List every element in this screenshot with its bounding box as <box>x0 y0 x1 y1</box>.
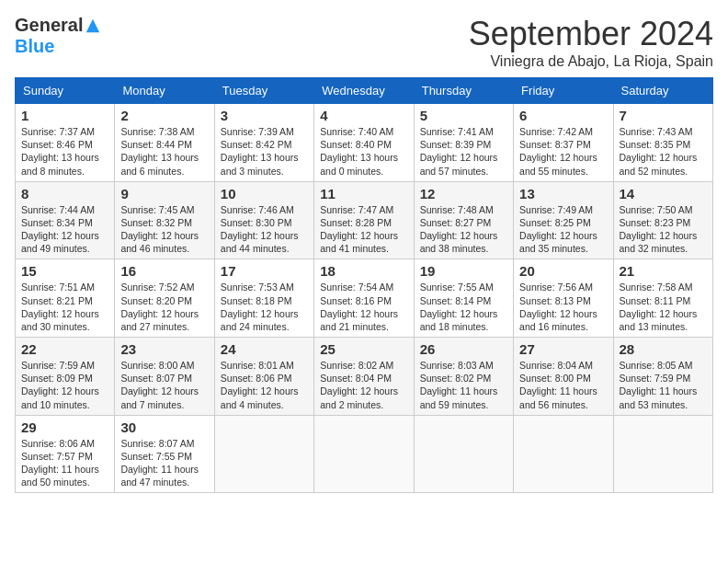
day-info: Sunrise: 7:43 AMSunset: 8:35 PMDaylight:… <box>620 125 707 178</box>
day-info: Sunrise: 7:54 AMSunset: 8:16 PMDaylight:… <box>320 281 407 333</box>
day-number: 5 <box>420 108 507 123</box>
calendar-cell: 19Sunrise: 7:55 AMSunset: 8:14 PMDayligh… <box>414 259 513 338</box>
calendar-cell: 14Sunrise: 7:50 AMSunset: 8:23 PMDayligh… <box>613 181 712 259</box>
day-number: 20 <box>519 263 607 279</box>
day-number: 22 <box>21 341 108 357</box>
calendar-cell: 8Sunrise: 7:44 AMSunset: 8:34 PMDaylight… <box>16 181 115 259</box>
day-info: Sunrise: 7:47 AMSunset: 8:28 PMDaylight:… <box>320 203 407 256</box>
day-number: 8 <box>21 186 108 201</box>
day-info: Sunrise: 7:56 AMSunset: 8:13 PMDaylight:… <box>519 281 607 333</box>
logo-icon <box>85 17 101 34</box>
day-number: 4 <box>320 108 407 123</box>
day-number: 1 <box>21 108 108 123</box>
calendar-week-row: 22Sunrise: 7:59 AMSunset: 8:09 PMDayligh… <box>16 338 713 416</box>
calendar-cell: 29Sunrise: 8:06 AMSunset: 7:57 PMDayligh… <box>16 415 115 493</box>
day-info: Sunrise: 7:39 AMSunset: 8:42 PMDaylight:… <box>221 125 308 178</box>
day-number: 12 <box>420 186 507 201</box>
day-number: 18 <box>320 263 407 279</box>
day-info: Sunrise: 7:59 AMSunset: 8:09 PMDaylight:… <box>21 359 108 411</box>
calendar-cell <box>514 415 613 493</box>
day-info: Sunrise: 8:02 AMSunset: 8:04 PMDaylight:… <box>320 359 407 411</box>
calendar-cell: 10Sunrise: 7:46 AMSunset: 8:30 PMDayligh… <box>214 181 313 259</box>
day-number: 29 <box>21 419 108 435</box>
day-info: Sunrise: 8:06 AMSunset: 7:57 PMDaylight:… <box>21 437 108 489</box>
day-info: Sunrise: 7:40 AMSunset: 8:40 PMDaylight:… <box>320 125 407 178</box>
day-number: 23 <box>120 341 208 357</box>
calendar-week-row: 15Sunrise: 7:51 AMSunset: 8:21 PMDayligh… <box>16 259 713 338</box>
day-info: Sunrise: 7:37 AMSunset: 8:46 PMDaylight:… <box>21 125 108 178</box>
calendar-cell: 25Sunrise: 8:02 AMSunset: 8:04 PMDayligh… <box>314 338 414 416</box>
day-number: 26 <box>420 341 507 357</box>
calendar-cell: 1Sunrise: 7:37 AMSunset: 8:46 PMDaylight… <box>16 104 115 182</box>
page-header: General Blue September 2024 Viniegra de … <box>15 15 713 70</box>
day-info: Sunrise: 7:51 AMSunset: 8:21 PMDaylight:… <box>21 281 108 333</box>
calendar-cell: 20Sunrise: 7:56 AMSunset: 8:13 PMDayligh… <box>514 259 613 338</box>
calendar-cell: 15Sunrise: 7:51 AMSunset: 8:21 PMDayligh… <box>16 259 115 338</box>
logo-general: General <box>15 15 83 36</box>
day-info: Sunrise: 8:07 AMSunset: 7:55 PMDaylight:… <box>120 437 208 489</box>
day-number: 10 <box>221 186 308 201</box>
day-number: 19 <box>420 263 507 279</box>
day-number: 6 <box>519 108 607 123</box>
calendar-header-wednesday: Wednesday <box>314 78 414 104</box>
day-info: Sunrise: 7:50 AMSunset: 8:23 PMDaylight:… <box>620 203 707 256</box>
day-number: 28 <box>620 341 707 357</box>
day-info: Sunrise: 7:53 AMSunset: 8:18 PMDaylight:… <box>221 281 308 333</box>
calendar-cell: 9Sunrise: 7:45 AMSunset: 8:32 PMDaylight… <box>115 181 214 259</box>
day-info: Sunrise: 7:38 AMSunset: 8:44 PMDaylight:… <box>120 125 208 178</box>
calendar-header-thursday: Thursday <box>414 78 513 104</box>
day-number: 9 <box>120 186 208 201</box>
calendar-cell: 28Sunrise: 8:05 AMSunset: 7:59 PMDayligh… <box>613 338 712 416</box>
calendar-cell: 12Sunrise: 7:48 AMSunset: 8:27 PMDayligh… <box>414 181 513 259</box>
day-info: Sunrise: 8:00 AMSunset: 8:07 PMDaylight:… <box>120 359 208 411</box>
calendar-header-saturday: Saturday <box>613 78 712 104</box>
calendar-cell <box>414 415 513 493</box>
day-number: 14 <box>620 186 707 201</box>
calendar-header-friday: Friday <box>514 78 613 104</box>
calendar-cell: 22Sunrise: 7:59 AMSunset: 8:09 PMDayligh… <box>16 338 115 416</box>
calendar-cell <box>214 415 313 493</box>
day-number: 3 <box>221 108 308 123</box>
month-title: September 2024 <box>469 15 713 53</box>
day-info: Sunrise: 8:01 AMSunset: 8:06 PMDaylight:… <box>221 359 308 411</box>
title-block: September 2024 Viniegra de Abajo, La Rio… <box>469 15 713 70</box>
calendar-cell: 18Sunrise: 7:54 AMSunset: 8:16 PMDayligh… <box>314 259 414 338</box>
calendar-cell: 27Sunrise: 8:04 AMSunset: 8:00 PMDayligh… <box>514 338 613 416</box>
day-number: 7 <box>620 108 707 123</box>
calendar-cell: 17Sunrise: 7:53 AMSunset: 8:18 PMDayligh… <box>214 259 313 338</box>
calendar-cell: 4Sunrise: 7:40 AMSunset: 8:40 PMDaylight… <box>314 104 414 182</box>
day-info: Sunrise: 7:58 AMSunset: 8:11 PMDaylight:… <box>620 281 707 333</box>
day-info: Sunrise: 7:41 AMSunset: 8:39 PMDaylight:… <box>420 125 507 178</box>
calendar-cell: 21Sunrise: 7:58 AMSunset: 8:11 PMDayligh… <box>613 259 712 338</box>
calendar-cell: 7Sunrise: 7:43 AMSunset: 8:35 PMDaylight… <box>613 104 712 182</box>
day-info: Sunrise: 7:55 AMSunset: 8:14 PMDaylight:… <box>420 281 507 333</box>
calendar-cell: 11Sunrise: 7:47 AMSunset: 8:28 PMDayligh… <box>314 181 414 259</box>
calendar-cell <box>613 415 712 493</box>
day-number: 2 <box>120 108 208 123</box>
calendar-cell: 3Sunrise: 7:39 AMSunset: 8:42 PMDaylight… <box>214 104 313 182</box>
day-info: Sunrise: 8:05 AMSunset: 7:59 PMDaylight:… <box>620 359 707 411</box>
logo: General Blue <box>15 15 101 57</box>
day-number: 16 <box>120 263 208 279</box>
calendar-cell: 2Sunrise: 7:38 AMSunset: 8:44 PMDaylight… <box>115 104 214 182</box>
day-number: 24 <box>221 341 308 357</box>
day-number: 25 <box>320 341 407 357</box>
svg-marker-0 <box>86 18 99 31</box>
calendar-table: SundayMondayTuesdayWednesdayThursdayFrid… <box>15 77 713 493</box>
day-info: Sunrise: 8:04 AMSunset: 8:00 PMDaylight:… <box>519 359 607 411</box>
day-number: 30 <box>120 419 208 435</box>
day-number: 15 <box>21 263 108 279</box>
day-info: Sunrise: 7:52 AMSunset: 8:20 PMDaylight:… <box>120 281 208 333</box>
day-info: Sunrise: 7:42 AMSunset: 8:37 PMDaylight:… <box>519 125 607 178</box>
day-number: 13 <box>519 186 607 201</box>
day-number: 11 <box>320 186 407 201</box>
calendar-cell <box>314 415 414 493</box>
calendar-cell: 16Sunrise: 7:52 AMSunset: 8:20 PMDayligh… <box>115 259 214 338</box>
calendar-week-row: 1Sunrise: 7:37 AMSunset: 8:46 PMDaylight… <box>16 104 713 182</box>
calendar-cell: 6Sunrise: 7:42 AMSunset: 8:37 PMDaylight… <box>514 104 613 182</box>
day-number: 21 <box>620 263 707 279</box>
calendar-cell: 23Sunrise: 8:00 AMSunset: 8:07 PMDayligh… <box>115 338 214 416</box>
day-info: Sunrise: 7:48 AMSunset: 8:27 PMDaylight:… <box>420 203 507 256</box>
location: Viniegra de Abajo, La Rioja, Spain <box>469 53 713 70</box>
calendar-cell: 5Sunrise: 7:41 AMSunset: 8:39 PMDaylight… <box>414 104 513 182</box>
